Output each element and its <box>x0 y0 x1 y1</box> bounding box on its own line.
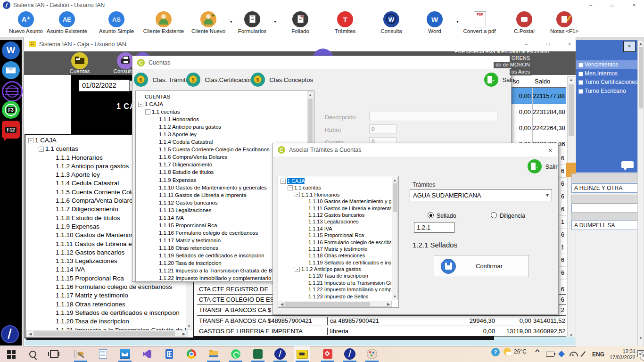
confirmar-button[interactable]: Confirmar <box>434 255 529 277</box>
tree-expander-icon[interactable]: - <box>295 267 300 272</box>
word-icon[interactable]: W <box>2 41 20 59</box>
language-indicator[interactable]: ENG <box>592 351 604 358</box>
wifi-icon[interactable] <box>570 352 578 356</box>
nav-item[interactable]: Men.Internos <box>576 69 637 78</box>
scroll-up-icon[interactable]: ▲ <box>307 93 313 97</box>
taskbar-icon[interactable] <box>163 348 175 360</box>
tree-item[interactable]: -1.1.16 Formulario colegio de escribanos… <box>25 283 188 291</box>
tree-item[interactable]: -1 CAJA <box>278 177 391 184</box>
scroll-left-icon[interactable]: ◀ <box>280 302 284 306</box>
sellado-radio[interactable] <box>428 212 434 218</box>
saldo-row[interactable]: 0,00 2242264,38 <box>511 120 566 136</box>
ctas-conceptos-button[interactable]: Ctas.Conceptos <box>251 73 313 88</box>
help-tray-icon[interactable]: ? <box>491 348 500 356</box>
tree-item[interactable]: -1.1.19 Sellados de certificados e inscr… <box>278 259 391 265</box>
tree-item[interactable]: -1.1.2 Anticipo para gastos <box>278 265 391 272</box>
scrollbar-thumb[interactable] <box>285 302 370 306</box>
tree-expander-icon[interactable]: - <box>138 102 143 107</box>
tree-item[interactable]: -1.1.17 Matriz y testimonio <box>25 291 188 300</box>
ctas-certificacion-button[interactable]: Ctas.Certificación <box>186 73 253 88</box>
toolbar-button[interactable]: Asunto Existente <box>45 11 89 36</box>
taskbar-icon[interactable] <box>185 348 198 360</box>
tree-expander-icon[interactable]: - <box>295 192 300 197</box>
scrollbar-thumb[interactable] <box>33 331 175 336</box>
toolbar-button[interactable]: Consulta <box>369 11 413 36</box>
tree-item[interactable]: -1.1.19 Sellados de certificados e inscr… <box>25 309 188 317</box>
scroll-up-icon[interactable]: ▲ <box>568 78 575 82</box>
taskbar-icon[interactable] <box>74 348 87 360</box>
entry-row[interactable]: A HEINZE Y OTRA <box>571 183 638 193</box>
toolbar-button[interactable]: Word <box>413 11 457 36</box>
taskbar-icon[interactable] <box>141 348 153 360</box>
tree-expander-icon[interactable]: - <box>145 109 150 115</box>
asociar-dialog-close-icon[interactable]: × <box>545 146 555 155</box>
scroll-right-icon[interactable]: ▶ <box>182 332 186 336</box>
entry-row[interactable] <box>571 204 638 213</box>
tree-item[interactable]: -1.1.23 Impuesto de Sellos <box>278 293 391 299</box>
mail-icon[interactable] <box>2 61 20 79</box>
tree-horizontal-scrollbar[interactable]: ◀ ▶ <box>279 301 392 307</box>
toolbar-button[interactable]: Formularios <box>230 11 274 36</box>
tree-item[interactable]: -1.1 cuentas <box>136 107 307 115</box>
tree-item[interactable]: -1.1.1 Honorarios <box>278 191 391 197</box>
taskbar-icon[interactable] <box>366 348 378 360</box>
cuentas-toolbar-button[interactable]: Cuentas <box>62 52 98 74</box>
tree-item[interactable]: -1.1.14 IVA <box>278 225 391 231</box>
tree-item[interactable]: -1.1.1 Honorarios <box>136 115 307 123</box>
movement-row[interactable]: TRANSF A BANCOS CA $489857900421 ca 4898… <box>197 316 566 326</box>
caja-minimize-button[interactable]: − <box>519 40 533 49</box>
tree-item[interactable]: -1.1.12 Gastos bancarios <box>278 211 391 218</box>
taskbar-icon[interactable] <box>296 348 308 360</box>
account-code-input[interactable] <box>414 222 454 233</box>
tree-item[interactable]: -1.1.2 Anticipo para gastos <box>136 123 307 130</box>
right-panel-close-icon[interactable]: × <box>623 41 636 52</box>
scroll-down-icon[interactable]: ▼ <box>186 324 192 329</box>
right-panel-scrollbar[interactable]: ▲ ▼ <box>637 40 644 347</box>
saldo-row[interactable]: 0,00 2211577,88 <box>511 88 566 104</box>
diligencia-radio[interactable] <box>491 212 497 218</box>
tree-item[interactable]: -CUENTAS <box>136 92 307 100</box>
tree-item[interactable]: -1.1.21 Impuesto a la Transmision Gratui… <box>278 279 391 286</box>
tree-expander-icon[interactable]: - <box>288 185 293 190</box>
toolbar-button[interactable]: Cliente Existente <box>141 11 186 36</box>
weather-widget[interactable]: 26°C <box>504 348 527 355</box>
date-field[interactable]: 01/02/2022 <box>79 80 130 91</box>
nav-item[interactable]: Turno Escribano <box>576 87 637 96</box>
scroll-down-icon[interactable]: ▼ <box>392 295 397 299</box>
tray-expand-icon[interactable]: ^ <box>535 348 540 355</box>
tree-item[interactable]: -1.1.18 Otras retenciones <box>25 300 188 309</box>
ctas-tramites-button[interactable]: Ctas. Trámites <box>134 73 192 88</box>
taskbar-icon[interactable] <box>344 348 356 360</box>
toolbar-button[interactable]: Trámites <box>323 11 367 36</box>
scrollbar-thumb[interactable] <box>308 99 313 143</box>
taskbar-icon[interactable] <box>274 348 286 360</box>
taskbar-icon[interactable] <box>26 348 39 360</box>
tramites-dropdown[interactable]: AGUA SUDAMERICANA <box>410 189 552 201</box>
tree-item[interactable]: -1.1.3 Aporte ley <box>136 130 307 138</box>
tree-expander-icon[interactable]: - <box>39 147 44 152</box>
tree-expander-icon[interactable]: - <box>281 179 286 184</box>
whatsapp-icon[interactable]: F3 <box>2 101 20 119</box>
toolbar-button[interactable]: Nuevo Asunto <box>4 11 48 36</box>
entry-row[interactable]: A DUMPELL SA <box>571 221 638 230</box>
taskbar-icon[interactable] <box>97 348 109 360</box>
movement-row[interactable]: GASTOS DE LIBRERIA E IMPRENTA libreria 0… <box>197 326 566 337</box>
messages-icon[interactable]: F12 <box>2 121 20 139</box>
battery-icon[interactable] <box>546 352 554 357</box>
toolbar-button[interactable]: C.Postal <box>502 11 546 36</box>
scroll-down-icon[interactable]: ▼ <box>638 336 644 340</box>
toolbar-button[interactable]: Cliente Nuevo <box>186 11 231 36</box>
tree-item[interactable]: -1.1.18 Otras retenciones <box>278 252 391 258</box>
dropbox-icon[interactable] <box>558 351 565 357</box>
scrollbar-thumb[interactable] <box>393 183 397 212</box>
taskbar-icon[interactable] <box>207 348 220 360</box>
scrollbar-thumb[interactable] <box>639 47 643 108</box>
tree-item[interactable]: -1.1.11 Gastos de Libreria e imprenta <box>278 205 391 211</box>
toolbar-button[interactable]: Foliado <box>278 11 322 36</box>
notifications-button[interactable]: 30 <box>637 350 644 357</box>
nav-item[interactable]: Turno Certificaciones <box>576 78 637 87</box>
nav-item[interactable]: Vencimientos <box>576 60 637 69</box>
tree-horizontal-scrollbar[interactable]: ◀ ▶ <box>26 330 188 337</box>
taskbar-icon[interactable] <box>5 348 17 360</box>
asociar-salir-button[interactable]: Salir <box>528 159 554 173</box>
